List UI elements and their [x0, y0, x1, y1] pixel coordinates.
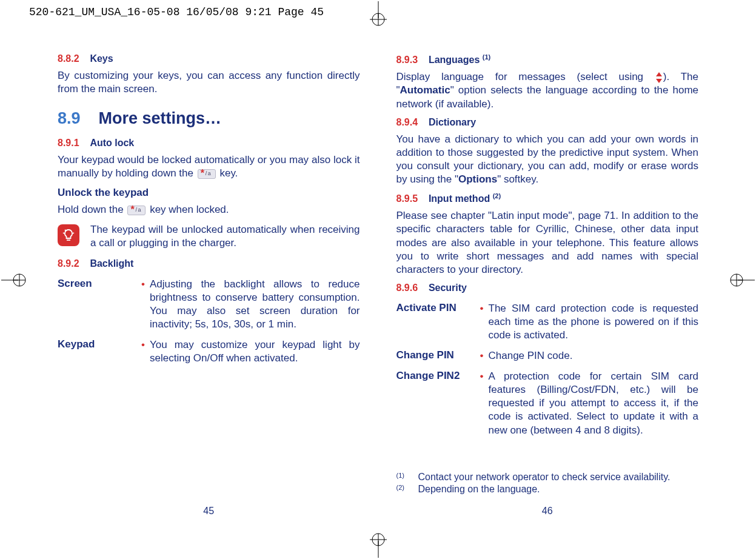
definition-desc: •The SIM card protection code is request… [480, 302, 699, 342]
section-title: Input method (2) [429, 193, 501, 204]
footnote-1: (1) Contact your network operator to che… [396, 472, 699, 483]
bullet-icon: • [480, 302, 484, 315]
lightbulb-icon [58, 224, 79, 246]
crop-mark-bottom [365, 531, 392, 558]
section-8-9-3-body: Display language for messages (select us… [396, 70, 699, 110]
bullet-icon: • [141, 278, 145, 291]
definition-row-change-pin2: Change PIN2 •A protection code for certa… [396, 370, 699, 437]
footnote-text: Depending on the language. [418, 484, 540, 495]
definition-row-activate-pin: Activate PIN •The SIM card protection co… [396, 302, 699, 342]
section-number: 8.9.2 [58, 258, 79, 269]
note-text: The keypad will be unlocked automaticall… [90, 223, 360, 250]
bullet-icon: • [141, 338, 145, 352]
definition-row-screen: Screen •Adjusting the backlight allows t… [58, 278, 360, 331]
footnotes: (1) Contact your network operator to che… [396, 470, 699, 501]
definition-term: Screen [58, 278, 141, 290]
definition-row-keypad: Keypad •You may customize your keypad li… [58, 338, 360, 365]
section-number: 8.9.4 [396, 117, 418, 127]
section-8-9-2-heading: 8.9.2 Backlight [58, 258, 360, 269]
text: key. [217, 167, 238, 179]
section-8-8-2-heading: 8.8.2 Keys [58, 53, 360, 64]
crop-mark-top [365, 1, 392, 28]
section-number: 8.9 [58, 109, 81, 127]
definition-desc: •You may customize your keypad light by … [141, 338, 360, 365]
text: Display language for messages (select us… [396, 71, 655, 82]
definition-term: Activate PIN [396, 302, 480, 314]
definition-desc: •Adjusting the backlight allows to reduc… [141, 278, 360, 331]
superscript: (2) [493, 192, 501, 199]
bullet-icon: • [480, 370, 484, 383]
text: Hold down the [58, 204, 126, 215]
unlock-heading: Unlock the keypad [58, 186, 360, 199]
svg-line-18 [73, 233, 74, 233]
text: Input method [429, 193, 493, 204]
section-title: Keys [90, 53, 113, 64]
section-title: Security [429, 283, 467, 293]
section-8-9-3-heading: 8.9.3 Languages (1) [396, 53, 699, 65]
section-title: Backlight [90, 258, 133, 269]
page-left: 8.8.2 Keys By customizing your keys, you… [58, 50, 360, 517]
crop-mark-left [1, 267, 28, 293]
section-title: More settings… [99, 109, 222, 127]
section-8-9-heading: 8.9 More settings… [58, 109, 360, 128]
bullet-icon: • [480, 349, 484, 363]
section-title: Auto lock [90, 138, 134, 148]
svg-line-17 [63, 233, 64, 233]
definition-term: Change PIN2 [396, 370, 480, 382]
definition-term: Keypad [58, 338, 141, 350]
section-8-9-4-body: You have a dictionary to which you can a… [396, 133, 699, 186]
document-spread: 520-621_UM_USA_16-05-08 16/05/08 9:21 Pa… [0, 0, 756, 559]
text-bold: Options [458, 173, 497, 185]
section-8-9-4-heading: 8.9.4 Dictionary [396, 117, 699, 128]
nav-key-icon [656, 72, 662, 83]
text: Adjusting the backlight allows to reduce… [150, 278, 360, 330]
svg-point-2 [372, 13, 384, 25]
definition-desc: •Change PIN code. [480, 349, 699, 363]
text: " softkey. [497, 173, 538, 185]
svg-point-9 [13, 274, 25, 286]
definition-term: Change PIN [396, 349, 480, 361]
section-8-9-5-body: Please see chapter "Latin input mode", p… [396, 209, 699, 276]
definition-row-change-pin: Change PIN •Change PIN code. [396, 349, 699, 363]
footnote-mark: (1) [396, 472, 410, 483]
text: Change PIN code. [489, 350, 573, 361]
section-number: 8.9.5 [396, 193, 418, 204]
text-bold: Automatic [400, 84, 450, 96]
crop-mark-right [728, 267, 755, 293]
svg-line-19 [65, 230, 66, 231]
svg-point-12 [731, 274, 743, 286]
text: key when locked. [147, 204, 229, 215]
star-key-icon [198, 169, 216, 179]
section-8-9-1-body: Your keypad would be locked automaticall… [58, 153, 360, 180]
text: The SIM card protection code is requeste… [489, 303, 699, 341]
section-title: Languages (1) [429, 55, 490, 65]
svg-point-4 [372, 534, 384, 546]
text: You have a dictionary to which you can a… [396, 133, 699, 185]
section-number: 8.9.1 [58, 138, 79, 148]
print-header: 520-621_UM_USA_16-05-08 16/05/08 9:21 Pa… [29, 6, 324, 18]
section-number: 8.9.6 [396, 283, 418, 293]
unlock-body: Hold down the key when locked. [58, 203, 360, 216]
footnote-2: (2) Depending on the language. [396, 484, 699, 495]
text: You may customize your keypad light by s… [150, 339, 360, 364]
footnote-text: Contact your network operator to check s… [418, 472, 671, 483]
page-number: 45 [58, 506, 360, 517]
section-title: Dictionary [429, 117, 476, 127]
footnote-mark: (2) [396, 484, 410, 495]
page-right: 8.9.3 Languages (1) Display language for… [396, 50, 699, 517]
text: A protection code for certain SIM card f… [489, 370, 699, 435]
star-key-icon [127, 206, 146, 215]
definition-desc: •A protection code for certain SIM card … [480, 370, 699, 437]
section-8-8-2-body: By customizing your keys, you can access… [58, 69, 360, 96]
note-callout: The keypad will be unlocked automaticall… [58, 223, 360, 250]
section-8-9-1-heading: 8.9.1 Auto lock [58, 138, 360, 149]
section-8-9-5-heading: 8.9.5 Input method (2) [396, 192, 699, 204]
section-number: 8.9.3 [396, 55, 418, 65]
section-8-9-6-heading: 8.9.6 Security [396, 283, 699, 293]
page-number: 46 [396, 506, 699, 517]
text: Languages [429, 55, 483, 65]
superscript: (1) [483, 53, 490, 61]
section-number: 8.8.2 [58, 53, 79, 64]
